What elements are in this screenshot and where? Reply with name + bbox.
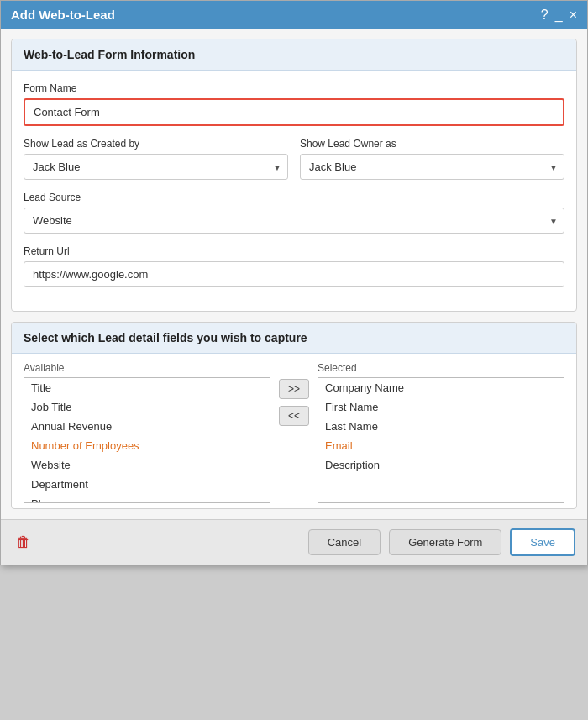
main-window: Add Web-to-Lead ? _ × Web-to-Lead Form I… xyxy=(0,0,588,565)
close-button[interactable]: × xyxy=(570,8,577,22)
list-item[interactable]: Phone xyxy=(24,494,270,503)
lead-fields-section: Select which Lead detail fields you wish… xyxy=(11,322,577,509)
show-lead-owner-group: Show Lead Owner as Jack Blue ▼ xyxy=(300,138,564,180)
help-button[interactable]: ? xyxy=(541,8,549,22)
bottom-bar: 🗑 Cancel Generate Form Save xyxy=(1,519,587,565)
move-left-button[interactable]: << xyxy=(279,406,309,426)
content-area: Web-to-Lead Form Information Form Name S… xyxy=(1,29,587,519)
list-columns: Available Title Job Title Annual Revenue… xyxy=(24,362,564,503)
lead-source-select[interactable]: Website xyxy=(24,208,564,234)
show-lead-created-group: Show Lead as Created by Jack Blue ▼ xyxy=(24,138,288,180)
move-right-button[interactable]: >> xyxy=(279,379,309,399)
list-item[interactable]: Company Name xyxy=(318,378,564,397)
show-lead-owner-select[interactable]: Jack Blue xyxy=(300,154,564,180)
show-lead-created-select-wrapper: Jack Blue ▼ xyxy=(24,154,288,180)
list-item[interactable]: Last Name xyxy=(318,417,564,436)
form-name-input[interactable] xyxy=(24,98,564,126)
available-list-wrapper: Available Title Job Title Annual Revenue… xyxy=(24,362,270,503)
form-name-group: Form Name xyxy=(24,82,564,126)
trash-icon: 🗑 xyxy=(16,533,31,550)
return-url-group: Return Url xyxy=(24,245,564,287)
lead-source-label: Lead Source xyxy=(24,192,564,203)
return-url-input[interactable] xyxy=(24,261,564,287)
list-item[interactable]: Title xyxy=(24,378,270,397)
show-lead-owner-label: Show Lead Owner as xyxy=(300,138,564,150)
title-bar-controls: ? _ × xyxy=(541,8,577,22)
window-title: Add Web-to-Lead xyxy=(11,8,115,22)
save-button[interactable]: Save xyxy=(510,528,575,556)
return-url-label: Return Url xyxy=(24,245,564,257)
lead-created-owner-row: Show Lead as Created by Jack Blue ▼ Show… xyxy=(24,138,564,192)
selected-list[interactable]: Company Name First Name Last Name Email … xyxy=(318,377,564,503)
available-list[interactable]: Title Job Title Annual Revenue Number of… xyxy=(24,377,270,503)
list-item[interactable]: First Name xyxy=(318,397,564,417)
list-item[interactable]: Annual Revenue xyxy=(24,417,270,436)
form-info-header: Web-to-Lead Form Information xyxy=(12,39,576,71)
form-name-label: Form Name xyxy=(24,82,564,94)
list-item[interactable]: Email xyxy=(318,436,564,455)
list-item[interactable]: Website xyxy=(24,455,270,475)
list-item[interactable]: Job Title xyxy=(24,397,270,417)
lead-source-select-wrapper: Website ▼ xyxy=(24,208,564,234)
list-item[interactable]: Department xyxy=(24,475,270,494)
minimize-button[interactable]: _ xyxy=(555,8,563,22)
show-lead-created-select[interactable]: Jack Blue xyxy=(24,154,288,180)
bottom-right: Cancel Generate Form Save xyxy=(308,528,575,556)
generate-form-button[interactable]: Generate Form xyxy=(389,529,501,555)
lead-source-group: Lead Source Website ▼ xyxy=(24,192,564,234)
list-item[interactable]: Description xyxy=(318,455,564,475)
cancel-button[interactable]: Cancel xyxy=(308,529,381,555)
form-info-body: Form Name Show Lead as Created by Jack B… xyxy=(12,71,576,311)
title-bar: Add Web-to-Lead ? _ × xyxy=(1,1,587,29)
form-info-section: Web-to-Lead Form Information Form Name S… xyxy=(11,39,577,312)
delete-button[interactable]: 🗑 xyxy=(13,530,34,554)
selected-list-wrapper: Selected Company Name First Name Last Na… xyxy=(318,362,564,503)
available-label: Available xyxy=(24,362,270,374)
show-lead-created-label: Show Lead as Created by xyxy=(24,138,288,150)
transfer-buttons: >> << xyxy=(270,362,318,426)
lead-fields-body: Available Title Job Title Annual Revenue… xyxy=(12,354,576,508)
bottom-left: 🗑 xyxy=(13,530,34,554)
list-item[interactable]: Number of Employees xyxy=(24,436,270,455)
selected-label: Selected xyxy=(318,362,564,374)
show-lead-owner-select-wrapper: Jack Blue ▼ xyxy=(300,154,564,180)
lead-fields-header: Select which Lead detail fields you wish… xyxy=(12,323,576,354)
